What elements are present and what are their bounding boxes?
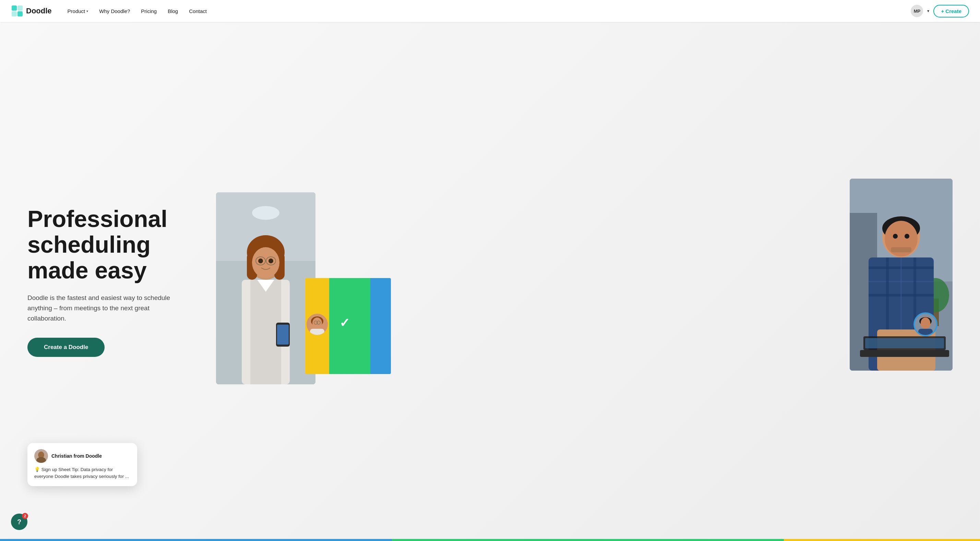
svg-rect-1: [18, 5, 22, 11]
man-silhouette: [850, 178, 953, 371]
navbar: Doodle Product ▾ Why Doodle? Pricing Blo…: [0, 0, 980, 22]
hero-right: ✓: [216, 178, 953, 384]
svg-point-31: [905, 234, 909, 239]
svg-rect-0: [12, 5, 17, 11]
hero-image-container: ✓: [216, 178, 953, 384]
bottom-seg-1: [0, 539, 196, 541]
svg-point-47: [312, 317, 322, 328]
blue-bar: [370, 278, 391, 374]
checkmark-icon: ✓: [339, 316, 350, 330]
svg-rect-3: [18, 11, 22, 16]
nav-right: MP ▾ + Create: [911, 5, 969, 18]
chat-message-text: 💡 Sign up Sheet Tip: Data privacy for ev…: [34, 466, 130, 480]
chat-avatar: [34, 449, 48, 463]
chat-sender-name: Christian from Doodle: [51, 453, 102, 459]
hero-man-image: [850, 178, 953, 371]
svg-point-15: [269, 258, 273, 263]
hero-subtitle: Doodle is the fastest and easiest way to…: [27, 293, 185, 324]
woman-silhouette: [216, 193, 315, 384]
svg-point-14: [258, 258, 263, 263]
svg-rect-32: [891, 247, 912, 252]
svg-point-6: [252, 206, 280, 220]
create-button[interactable]: + Create: [933, 5, 969, 18]
bottom-seg-3: [392, 539, 588, 541]
hero-cta-button[interactable]: Create a Doodle: [27, 338, 105, 357]
help-button-label: ?: [17, 518, 21, 526]
bottom-seg-4: [588, 539, 784, 541]
user-avatar[interactable]: MP: [911, 5, 923, 17]
bottom-seg-2: [196, 539, 392, 541]
logo-link[interactable]: Doodle: [11, 5, 52, 17]
hero-left: Professional scheduling made easy Doodle…: [27, 206, 216, 357]
bottom-seg-5: [784, 539, 980, 541]
help-badge-count: 2: [22, 513, 28, 519]
hero-section: Professional scheduling made easy Doodle…: [0, 22, 980, 541]
chat-popup-header: Christian from Doodle: [34, 449, 130, 463]
hero-woman-image: [216, 193, 315, 384]
svg-point-53: [921, 317, 930, 328]
bottom-indicator-bar: [0, 539, 980, 541]
doodle-logo-icon: [11, 5, 23, 17]
svg-rect-21: [277, 325, 289, 345]
product-chevron-icon: ▾: [86, 9, 88, 13]
avatar-circle-yellow: [305, 312, 329, 336]
logo-text: Doodle: [26, 6, 52, 16]
nav-item-why-doodle[interactable]: Why Doodle?: [94, 5, 135, 17]
green-bar: [329, 278, 370, 374]
svg-rect-50: [310, 329, 325, 335]
chat-popup: Christian from Doodle 💡 Sign up Sheet Ti…: [27, 443, 137, 487]
svg-rect-54: [918, 329, 933, 335]
svg-rect-44: [865, 338, 944, 348]
svg-point-30: [893, 234, 898, 239]
svg-rect-2: [12, 11, 17, 16]
nav-item-product[interactable]: Product ▾: [63, 5, 93, 17]
help-button[interactable]: ? 2: [11, 514, 27, 530]
nav-links: Product ▾ Why Doodle? Pricing Blog Conta…: [63, 5, 911, 17]
user-menu-chevron-icon[interactable]: ▾: [927, 9, 929, 13]
avatar-circle-blue: [913, 312, 937, 336]
hero-title: Professional scheduling made easy: [27, 206, 216, 283]
svg-rect-42: [860, 350, 949, 357]
nav-item-pricing[interactable]: Pricing: [136, 5, 162, 17]
nav-item-contact[interactable]: Contact: [184, 5, 212, 17]
nav-item-blog[interactable]: Blog: [163, 5, 183, 17]
